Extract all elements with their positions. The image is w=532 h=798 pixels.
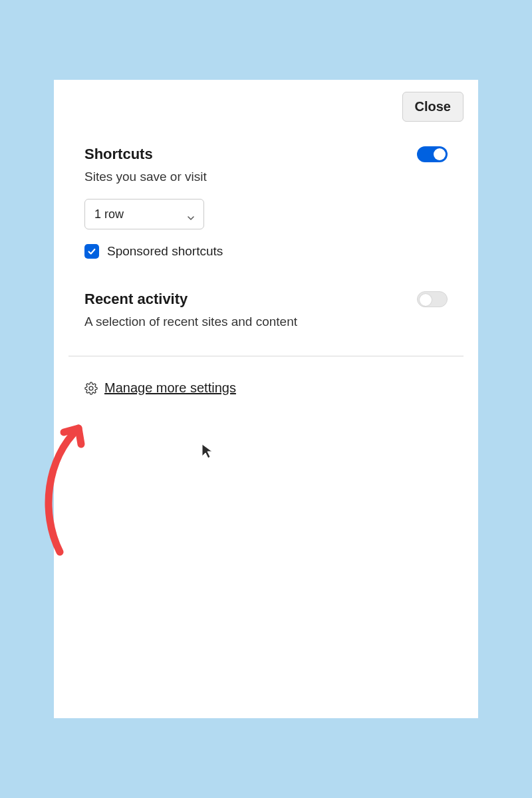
recent-activity-toggle[interactable]	[417, 291, 448, 307]
shortcuts-title: Shortcuts	[84, 146, 153, 163]
shortcuts-toggle[interactable]	[417, 146, 448, 162]
toggle-knob	[434, 148, 446, 160]
gear-icon	[84, 382, 98, 395]
settings-panel: Close Shortcuts Sites you save or visit …	[54, 80, 478, 718]
shortcuts-section: Shortcuts Sites you save or visit 1 row …	[68, 146, 464, 259]
panel-header: Close	[68, 92, 464, 122]
recent-activity-title: Recent activity	[84, 291, 188, 308]
toggle-knob	[420, 294, 432, 306]
recent-header-row: Recent activity	[84, 291, 448, 308]
shortcuts-rows-select[interactable]: 1 row	[84, 199, 204, 229]
shortcuts-subtitle: Sites you save or visit	[84, 170, 448, 184]
recent-activity-subtitle: A selection of recent sites and content	[84, 315, 448, 329]
chevron-down-icon	[188, 211, 194, 217]
manage-settings-row: Manage more settings	[68, 356, 464, 396]
sponsored-shortcuts-label: Sponsored shortcuts	[107, 244, 223, 259]
close-button[interactable]: Close	[402, 92, 464, 122]
sponsored-shortcuts-checkbox[interactable]	[84, 244, 99, 259]
manage-more-settings-link[interactable]: Manage more settings	[104, 380, 236, 396]
shortcuts-header-row: Shortcuts	[84, 146, 448, 163]
shortcuts-rows-value: 1 row	[94, 207, 124, 221]
check-icon	[87, 247, 96, 256]
sponsored-shortcuts-row: Sponsored shortcuts	[84, 244, 448, 259]
recent-activity-section: Recent activity A selection of recent si…	[68, 291, 464, 329]
